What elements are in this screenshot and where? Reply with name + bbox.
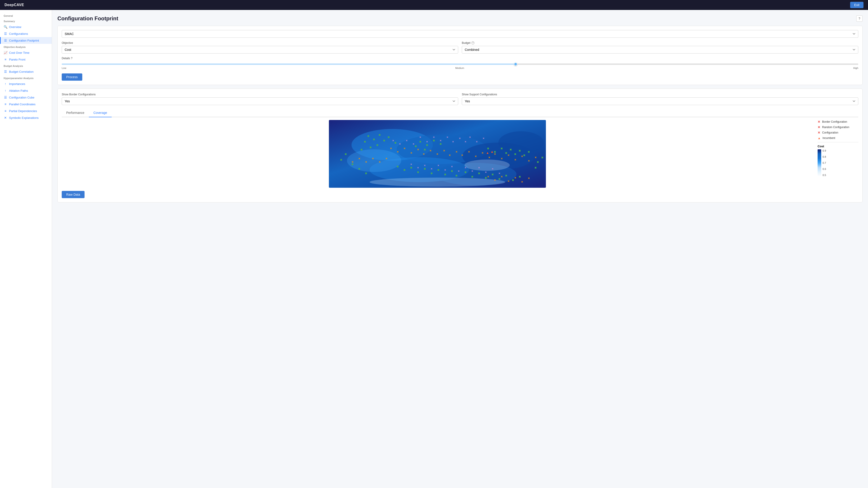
tab-coverage[interactable]: Coverage <box>89 109 112 117</box>
svg-text:✕: ✕ <box>364 140 366 143</box>
show-configs-card: Show Border Configurations Yes No Show S… <box>57 89 863 202</box>
budget-group: Budget ? Combined <box>462 41 858 54</box>
sidebar: General Summary 🔍 Overview ☰ Configurati… <box>0 10 52 488</box>
svg-text:✕: ✕ <box>403 169 405 171</box>
show-border-group: Show Border Configurations Yes No <box>62 93 458 105</box>
sidebar-item-label: Symbolic Explanations <box>9 116 39 120</box>
svg-text:✕: ✕ <box>430 149 432 152</box>
svg-text:✕: ✕ <box>365 172 367 175</box>
legend-item-config: ✕ Configuration <box>817 131 858 134</box>
scatter-svg: ✕ ✕ ✕ ✕ ✕ ✕ ✕ ✕ ✕ ✕ ✕ ✕ <box>62 120 813 188</box>
exit-button[interactable]: Exit <box>850 2 864 8</box>
page-title: Configuration Footprint <box>57 15 118 22</box>
colorbar-labels: 0.9 0.8 0.7 0.6 0.5 <box>823 149 826 176</box>
svg-text:✕: ✕ <box>415 145 416 148</box>
svg-text:✕: ✕ <box>440 139 441 142</box>
svg-text:✕: ✕ <box>446 136 448 138</box>
svg-text:✕: ✕ <box>505 174 507 177</box>
svg-text:✕: ✕ <box>541 156 543 159</box>
sidebar-item-ablation-paths[interactable]: ↑ Ablation Paths <box>0 87 52 94</box>
svg-text:✕: ✕ <box>444 173 446 176</box>
svg-text:✕: ✕ <box>449 154 451 157</box>
svg-text:✕: ✕ <box>395 142 396 144</box>
svg-text:✕: ✕ <box>469 136 471 138</box>
svg-text:✕: ✕ <box>436 153 438 156</box>
svg-text:✕: ✕ <box>376 144 378 147</box>
sidebar-item-configuration-footprint[interactable]: ☰ Configuration Footprint <box>0 37 52 44</box>
budget-select[interactable]: Combined <box>462 46 858 54</box>
sidebar-item-configuration-cube[interactable]: ☰ Configuration Cube <box>0 94 52 101</box>
sidebar-item-overview[interactable]: 🔍 Overview <box>0 24 52 30</box>
details-slider[interactable] <box>62 64 858 65</box>
sidebar-item-partial-dependencies[interactable]: ≡ Partial Dependencies <box>0 107 52 114</box>
svg-text:✕: ✕ <box>459 137 461 140</box>
parallel-icon: ≡ <box>4 102 7 106</box>
main-layout: General Summary 🔍 Overview ☰ Configurati… <box>0 10 868 488</box>
svg-text:✕: ✕ <box>535 166 536 169</box>
tab-performance[interactable]: Performance <box>62 109 89 117</box>
svg-text:✕: ✕ <box>379 134 380 136</box>
smac-select[interactable]: SMAC <box>62 30 858 38</box>
slider-high-label: High <box>853 67 858 69</box>
svg-text:✕: ✕ <box>433 136 435 138</box>
svg-text:✕: ✕ <box>379 161 381 163</box>
sidebar-item-symbolic-explanations[interactable]: ✕ Symbolic Explanations <box>0 114 52 121</box>
svg-text:✕: ✕ <box>537 161 539 163</box>
slider-labels: Low Medium High <box>62 67 858 69</box>
svg-text:✕: ✕ <box>461 154 463 157</box>
show-configs-row: Show Border Configurations Yes No Show S… <box>62 93 858 105</box>
sidebar-item-label: Budget Correlation <box>9 70 33 73</box>
svg-text:✕: ✕ <box>417 148 419 151</box>
svg-text:✕: ✕ <box>485 177 487 179</box>
objective-select[interactable]: Cost <box>62 46 458 54</box>
help-button[interactable]: ? <box>856 15 863 22</box>
details-label: Details ? <box>62 57 858 60</box>
svg-text:✕: ✕ <box>521 155 523 158</box>
sidebar-item-label: Configurations <box>9 32 28 35</box>
sidebar-section-general: General <box>0 13 52 18</box>
svg-text:✕: ✕ <box>410 152 412 154</box>
svg-text:✕: ✕ <box>465 171 466 173</box>
budget-icon: ☰ <box>4 70 7 73</box>
svg-text:✕: ✕ <box>507 180 509 183</box>
importance-icon: ↑ <box>4 82 7 86</box>
svg-text:✕: ✕ <box>510 149 512 151</box>
sidebar-item-pareto-front[interactable]: ≡ Pareto Front <box>0 56 52 63</box>
colorbar: 0.9 0.8 0.7 0.6 0.5 <box>817 149 858 176</box>
sidebar-item-configurations[interactable]: ☰ Configurations <box>0 30 52 37</box>
sidebar-item-importances[interactable]: ↑ Importances <box>0 80 52 87</box>
svg-text:✕: ✕ <box>456 151 458 153</box>
show-support-label: Show Support Configurations <box>462 93 858 96</box>
svg-text:✕: ✕ <box>399 143 401 145</box>
symbolic-icon: ✕ <box>4 116 7 120</box>
sidebar-item-parallel-coordinates[interactable]: ≡ Parallel Coordinates <box>0 101 52 107</box>
objective-label: Objective <box>62 41 458 44</box>
sidebar-item-label: Overview <box>9 25 21 29</box>
sidebar-item-cost-over-time[interactable]: 📈 Cost Over Time <box>0 49 52 56</box>
svg-point-7 <box>498 131 544 154</box>
svg-text:✕: ✕ <box>388 136 390 138</box>
svg-text:✕: ✕ <box>488 156 490 159</box>
svg-text:✕: ✕ <box>372 157 374 160</box>
sidebar-item-label: Pareto Front <box>9 58 25 61</box>
svg-text:✕: ✕ <box>444 169 446 171</box>
svg-text:✕: ✕ <box>465 166 466 169</box>
svg-text:✕: ✕ <box>514 158 516 161</box>
list-icon: ☰ <box>4 32 7 35</box>
sidebar-item-budget-correlation[interactable]: ☰ Budget Correlation <box>0 68 52 75</box>
svg-text:✕: ✕ <box>437 164 439 167</box>
svg-text:✕: ✕ <box>433 139 435 142</box>
svg-text:✕: ✕ <box>485 171 487 173</box>
show-support-select[interactable]: Yes No <box>462 97 858 105</box>
process-button[interactable]: Process <box>62 73 82 80</box>
svg-text:✕: ✕ <box>390 147 392 150</box>
raw-data-button[interactable]: Raw Data <box>62 191 85 198</box>
svg-text:✕: ✕ <box>431 168 432 170</box>
svg-point-6 <box>347 149 401 172</box>
svg-text:✕: ✕ <box>410 166 412 169</box>
smac-card: SMAC Objective Cost Budget ? <box>57 26 863 85</box>
show-border-select[interactable]: Yes No <box>62 97 458 105</box>
svg-text:✕: ✕ <box>383 139 385 142</box>
slider-low-label: Low <box>62 67 66 69</box>
svg-text:✕: ✕ <box>519 150 521 152</box>
